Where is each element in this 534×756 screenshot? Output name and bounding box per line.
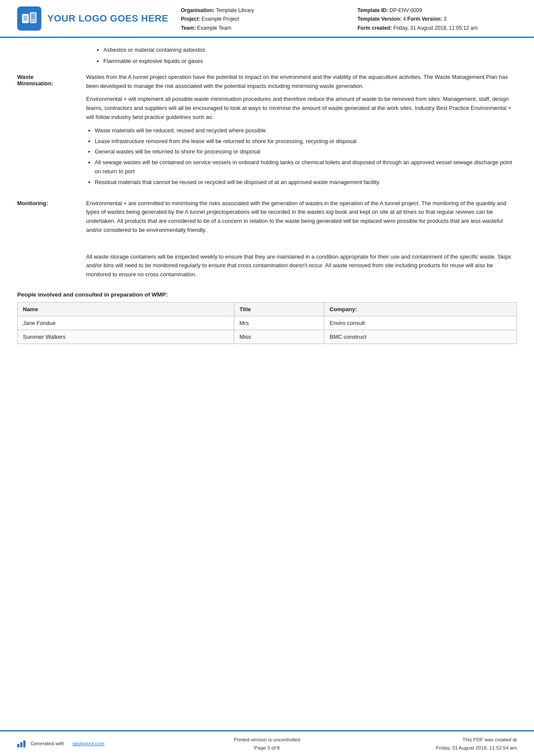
list-item: Lease infrastructure removed from the le… xyxy=(95,137,517,146)
generated-text: Generated with xyxy=(31,740,64,747)
list-item: Asbestos or material containing asbestos xyxy=(103,46,517,55)
people-section: People involved and consulted in prepara… xyxy=(17,291,517,344)
template-version-row: Template Version: 4 Form Version: 3 xyxy=(357,15,517,23)
monitoring-section: Monitoring: Environmental + are committe… xyxy=(17,199,517,284)
dashpivot-icon xyxy=(17,740,25,747)
cell-name-1: Jane Fondue xyxy=(18,316,234,330)
waste-bullets: Waste materials will be reduced, reused … xyxy=(95,126,517,187)
logo-icon xyxy=(17,6,41,31)
footer-pdf-date: Friday, 31 August 2018, 11:52:54 am xyxy=(350,744,517,752)
cell-title-2: Miss xyxy=(234,330,324,344)
header-meta: Organisation: Template Library Project: … xyxy=(181,4,517,32)
col-header-company: Company: xyxy=(324,302,517,316)
section-body-monitoring: Environmental + are committed to minimis… xyxy=(86,199,517,284)
header-col-left: Organisation: Template Library Project: … xyxy=(181,6,340,32)
footer-pdf-label: This PDF was created at xyxy=(350,736,517,744)
footer-page: Page 3 of 8 xyxy=(184,744,351,752)
col-header-title: Title xyxy=(234,302,324,316)
col-header-name: Name xyxy=(18,302,234,316)
section-label-waste: Waste Minimisation: xyxy=(17,73,86,191)
svg-rect-0 xyxy=(22,14,28,23)
dashpivot-link[interactable]: dashpivot.com xyxy=(72,740,104,747)
waste-para-1: Wastes from the A tunnel project operati… xyxy=(86,73,517,91)
monitoring-para-2: All waste storage containers will be ins… xyxy=(86,253,517,279)
footer-center: Printed version is uncontrolled Page 3 o… xyxy=(184,736,351,752)
footer-uncontrolled: Printed version is uncontrolled xyxy=(184,736,351,744)
header-col-right: Template ID: DP-ENV-0009 Template Versio… xyxy=(357,6,517,32)
waste-para-2: Environmental + will implement all possi… xyxy=(86,95,517,122)
list-item: All sewage wastes will be contained on s… xyxy=(95,158,517,176)
cell-title-1: Mrs xyxy=(234,316,324,330)
footer: Generated with dashpivot.com Printed ver… xyxy=(0,730,534,756)
intro-bullets: Asbestos or material containing asbestos… xyxy=(95,46,517,66)
list-item: General wastes will be returned to shore… xyxy=(95,147,517,156)
content: Asbestos or material containing asbestos… xyxy=(0,38,534,730)
org-row: Organisation: Template Library xyxy=(181,6,340,15)
logo-text: YOUR LOGO GOES HERE xyxy=(47,13,168,24)
logo-area: YOUR LOGO GOES HERE xyxy=(17,4,172,32)
footer-left: Generated with dashpivot.com xyxy=(17,740,184,747)
form-created-row: Form created: Friday, 31 August 2018, 11… xyxy=(357,24,517,32)
list-item: Flammable or explosive liquids or gases xyxy=(103,57,517,66)
project-row: Project: Example Project xyxy=(181,15,340,23)
svg-rect-1 xyxy=(30,12,36,23)
cell-company-1: Enviro consult xyxy=(324,316,517,330)
footer-right: This PDF was created at Friday, 31 Augus… xyxy=(350,736,517,752)
table-row: Jane Fondue Mrs Enviro consult xyxy=(18,316,517,330)
section-label-monitoring: Monitoring: xyxy=(17,199,86,284)
list-item: Residual materials that cannot be reused… xyxy=(95,178,517,187)
monitoring-para-spacer xyxy=(86,239,517,248)
cell-company-2: BMC construct xyxy=(324,330,517,344)
section-body-waste: Wastes from the A tunnel project operati… xyxy=(86,73,517,191)
waste-minimisation-section: Waste Minimisation: Wastes from the A tu… xyxy=(17,73,517,191)
team-row: Team: Example Team xyxy=(181,24,340,32)
template-id-row: Template ID: DP-ENV-0009 xyxy=(357,6,517,15)
page: YOUR LOGO GOES HERE Organisation: Templa… xyxy=(0,0,534,756)
monitoring-para-1: Environmental + are committed to minimis… xyxy=(86,199,517,235)
people-table: Name Title Company: Jane Fondue Mrs Envi… xyxy=(17,302,517,344)
header: YOUR LOGO GOES HERE Organisation: Templa… xyxy=(0,0,534,38)
list-item: Waste materials will be reduced, reused … xyxy=(95,126,517,135)
people-heading: People involved and consulted in prepara… xyxy=(17,291,517,298)
cell-name-2: Summer Walkers xyxy=(18,330,234,344)
table-row: Summer Walkers Miss BMC construct xyxy=(18,330,517,344)
